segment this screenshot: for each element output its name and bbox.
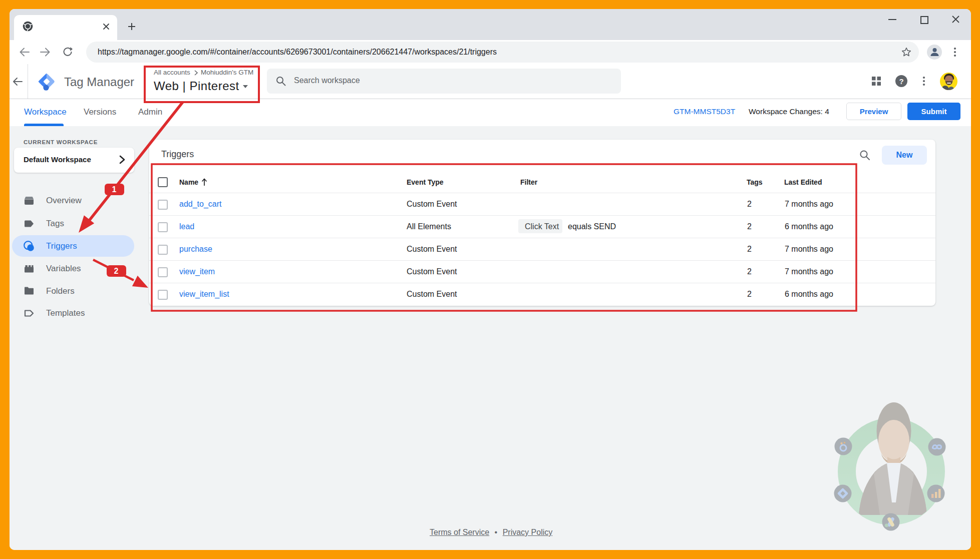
svg-text:2: 2 (114, 267, 119, 275)
svg-text:1: 1 (112, 185, 117, 194)
